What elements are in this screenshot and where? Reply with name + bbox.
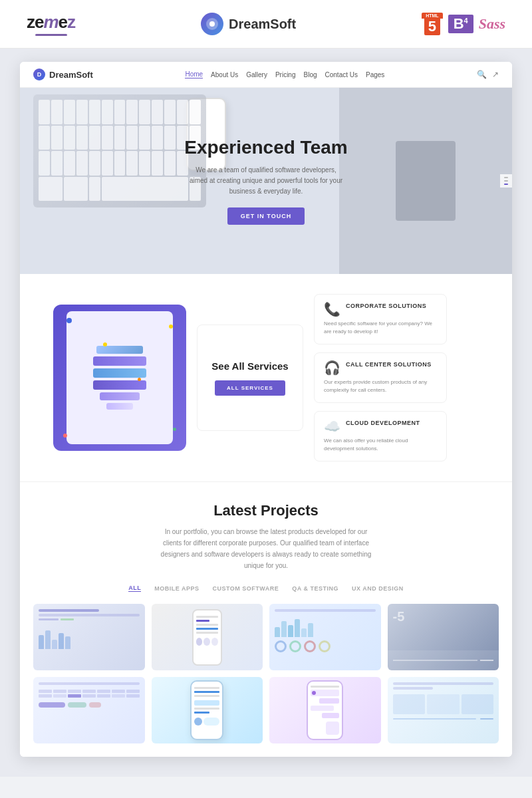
service-card-callcenter: 🎧 CALL CENTER SOLUTIONS Our experts prov…: [314, 352, 447, 403]
projects-filter[interactable]: ALL MOBILE APPS CUSTOM SOFTWARE QA & TES…: [33, 585, 499, 592]
projects-subtitle: In our portfolio, you can browse the lat…: [160, 526, 372, 571]
site-logo-text: DreamSoft: [49, 70, 93, 80]
corporate-desc: Need specific software for your company?…: [324, 320, 437, 336]
all-services-button[interactable]: ALL SERVICES: [215, 380, 285, 396]
project-card-3[interactable]: [269, 604, 381, 670]
zemes-logo: zemez: [27, 12, 75, 36]
nav-about[interactable]: About Us: [211, 71, 238, 78]
services-illustration: [53, 305, 186, 451]
project-card-1[interactable]: [33, 604, 145, 670]
callcenter-title: CALL CENTER SOLUTIONS: [346, 361, 432, 368]
callcenter-desc: Our experts provide custom products of a…: [324, 378, 437, 394]
project-card-7[interactable]: [269, 677, 381, 743]
nav-icons: 🔍 ↗: [477, 70, 499, 79]
cloud-icon: ☁️: [324, 420, 340, 433]
projects-title: Latest Projects: [33, 502, 499, 519]
hero-subtitle: We are a team of qualified software deve…: [186, 165, 346, 197]
top-branding-bar: zemez DreamSoft HTML 5 B4: [0, 0, 532, 49]
nav-blog[interactable]: Blog: [304, 71, 317, 78]
browser-frame: D DreamSoft Home About Us Gallery Pricin…: [20, 62, 512, 757]
see-all-title: See All Services: [211, 360, 288, 373]
notebook-decoration: [396, 141, 456, 221]
cloud-title: CLOUD DEVELOPMENT: [346, 420, 420, 426]
filter-software[interactable]: CUSTOM SOFTWARE: [212, 585, 279, 592]
hero-title: Experienced Team: [184, 137, 347, 158]
filter-ux[interactable]: UX AND DESIGN: [352, 585, 404, 592]
filter-all[interactable]: ALL: [128, 585, 141, 592]
callcenter-icon: 🎧: [324, 361, 340, 374]
html5-badge: HTML 5: [422, 13, 442, 35]
site-logo-icon: D: [33, 68, 45, 80]
phone-mockup-2: [192, 609, 222, 666]
dreamsoft-text: DreamSoft: [229, 17, 296, 32]
nav-pricing[interactable]: Pricing: [275, 71, 296, 78]
tech-badges: HTML 5 B4 Sass: [422, 13, 505, 35]
projects-grid-row1: -5: [33, 604, 499, 670]
service-card-cloud: ☁️ CLOUD DEVELOPMENT We can also offer y…: [314, 411, 447, 462]
nav-gallery[interactable]: Gallery: [246, 71, 267, 78]
cloud-desc: We can also offer you reliable cloud dev…: [324, 437, 437, 453]
bootstrap-badge: B4: [448, 15, 473, 33]
projects-section: Latest Projects In our portfolio, you ca…: [20, 481, 512, 757]
nav-contact[interactable]: Contact Us: [325, 71, 358, 78]
nav-pages[interactable]: Pages: [366, 71, 384, 78]
service-card-corporate: 📞 CORPORATE SOLUTIONS Need specific soft…: [314, 294, 447, 344]
isometric-illustration: [93, 346, 146, 410]
project-card-5[interactable]: [33, 677, 145, 743]
project-card-8[interactable]: [388, 677, 499, 743]
site-navigation: D DreamSoft Home About Us Gallery Pricin…: [20, 62, 512, 88]
dreamsoft-brand: DreamSoft: [201, 13, 296, 35]
hero-cta-button[interactable]: GET IN TOUCH: [227, 207, 305, 225]
service-cards-column: 📞 CORPORATE SOLUTIONS Need specific soft…: [314, 294, 447, 462]
share-icon[interactable]: ↗: [492, 70, 499, 79]
hero-section: Experienced Team We are a team of qualif…: [20, 88, 512, 274]
see-all-services-card: See All Services ALL SERVICES: [197, 325, 303, 431]
site-preview: D DreamSoft Home About Us Gallery Pricin…: [0, 49, 532, 777]
phone-mockup-6: [190, 680, 223, 740]
filter-mobile[interactable]: MOBILE APPS: [154, 585, 199, 592]
projects-grid-row2: [33, 677, 499, 743]
scroll-indicator: [500, 174, 512, 188]
project-card-6[interactable]: [152, 677, 263, 743]
filter-qa[interactable]: QA & TESTING: [292, 585, 338, 592]
corporate-title: CORPORATE SOLUTIONS: [346, 303, 426, 309]
sass-badge: Sass: [479, 15, 505, 33]
corporate-icon: 📞: [324, 303, 340, 316]
hero-content: Experienced Team We are a team of qualif…: [171, 124, 360, 238]
nav-home[interactable]: Home: [185, 70, 203, 78]
tablet-frame: [66, 311, 173, 444]
dreamsoft-icon: [201, 13, 223, 35]
search-icon[interactable]: 🔍: [477, 70, 487, 79]
site-logo: D DreamSoft: [33, 68, 93, 80]
project-card-2[interactable]: [152, 604, 263, 670]
project-card-4[interactable]: -5: [388, 604, 499, 670]
nav-links[interactable]: Home About Us Gallery Pricing Blog Conta…: [185, 70, 384, 78]
services-grid: See All Services ALL SERVICES 📞 CORPORAT…: [53, 294, 479, 462]
services-section: See All Services ALL SERVICES 📞 CORPORAT…: [20, 274, 512, 481]
phone-mockup-7: [307, 680, 343, 740]
